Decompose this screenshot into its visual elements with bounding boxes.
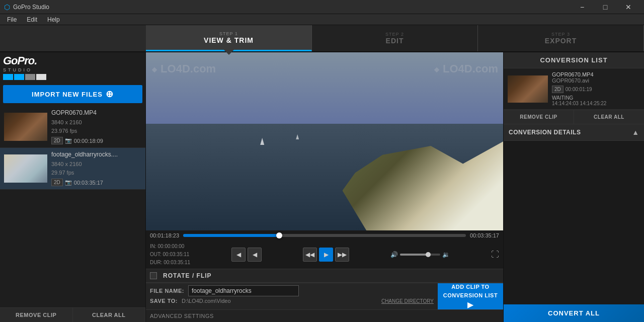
- out-point: OUT: 00:03:35:11: [150, 251, 190, 259]
- clip-thumbnail-2: [4, 154, 47, 183]
- add-clip-icon: ▶: [467, 300, 473, 309]
- conversion-details-header: CONVERSION DETAILS ▲: [504, 124, 644, 141]
- convert-all-button[interactable]: CONVERT ALL: [504, 304, 644, 322]
- time-current: 00:01:18:23: [150, 232, 179, 238]
- in-point: IN: 00:00:00:00: [150, 243, 190, 251]
- clip-duration-2: 00:03:35:17: [74, 180, 103, 186]
- clip-duration-1: 00:00:18:09: [74, 138, 103, 144]
- step1-label: VIEW & TRIM: [204, 36, 254, 44]
- conv-name1: GOPR0670.MP4: [552, 71, 640, 77]
- studio-sub: STUDIO: [3, 67, 46, 72]
- step3-number: STEP 3: [551, 32, 570, 37]
- fast-forward-button[interactable]: ▶▶: [335, 248, 349, 262]
- badge-2d-1: 2D: [51, 137, 63, 144]
- prev-frame-button[interactable]: ◀: [248, 248, 262, 262]
- conversion-details-toggle[interactable]: ▲: [632, 128, 639, 136]
- clip-fps-1: 23.976 fps: [51, 127, 141, 135]
- plus-icon: ⊕: [106, 89, 114, 100]
- progress-thumb[interactable]: [276, 232, 282, 238]
- conv-thumb-preview: [508, 75, 548, 103]
- menu-help[interactable]: Help: [42, 15, 65, 24]
- add-clip-text2: CONVERSION LIST: [443, 292, 498, 299]
- left-panel: GoPro. STUDIO IMPORT NEW FILES ⊕ GOPR067…: [0, 52, 146, 322]
- clip-resolution-2: 3840 x 2160: [51, 160, 141, 169]
- list-item[interactable]: footage_oldharryrocks.... 3840 x 2160 29…: [0, 148, 145, 190]
- filename-saveto-area: FILE NAME: SAVE TO: D:\LO4D.com\Video CH…: [146, 283, 438, 309]
- clip-badges-2: 2D 📷 00:03:35:17: [51, 179, 141, 186]
- volume-icon: 🔊: [390, 251, 398, 258]
- progress-fill: [183, 234, 279, 237]
- transport-controls: IN: 00:00:00:00 OUT: 00:03:35:11 DUR: 00…: [146, 240, 503, 269]
- titlebar: ⬡ GoPro Studio − □ ✕: [0, 0, 644, 14]
- step-back-button[interactable]: ◀: [231, 248, 246, 262]
- app-icon: ⬡: [4, 3, 10, 11]
- logo-block-3: [25, 74, 35, 80]
- conv-info: GOPR0670.MP4 GOPR0670.avi 2D 00:00:01:19…: [552, 71, 640, 106]
- list-item[interactable]: GOPR0670.MP4 3840 x 2160 23.976 fps 2D 📷…: [0, 106, 145, 148]
- volume-area: 🔊 🔉: [390, 251, 450, 258]
- right-panel: CONVERSION LIST GOPR0670.MP4 GOPR0670.av…: [503, 52, 644, 322]
- rotate-checkbox[interactable]: [150, 272, 157, 279]
- clip-name-2: footage_oldharryrocks....: [51, 151, 141, 158]
- tab-edit[interactable]: STEP 2 EDIT: [312, 25, 478, 51]
- maximize-button[interactable]: □: [594, 0, 617, 14]
- menu-edit[interactable]: Edit: [22, 15, 42, 24]
- volume-track[interactable]: [400, 254, 440, 256]
- conversion-list-item[interactable]: GOPR0670.MP4 GOPR0670.avi 2D 00:00:01:19…: [504, 68, 644, 110]
- logo-blocks: [3, 74, 46, 80]
- clip-fps-2: 29.97 fps: [51, 169, 141, 177]
- conv-badge-2d: 2D: [552, 86, 564, 93]
- filename-label: FILE NAME:: [150, 288, 184, 294]
- transport-btns: ◀◀ ▶ ▶▶: [303, 248, 349, 262]
- rotate-row: ROTATE / FLIP: [146, 269, 503, 283]
- logo-block-4: [36, 74, 46, 80]
- clear-button-right[interactable]: CLEAR ALL: [574, 110, 644, 124]
- minimize-button[interactable]: −: [571, 0, 594, 14]
- logo-area: GoPro. STUDIO: [0, 52, 145, 82]
- play-button[interactable]: ▶: [319, 248, 333, 262]
- close-button[interactable]: ✕: [617, 0, 640, 14]
- filename-input[interactable]: [188, 285, 299, 296]
- duration-display: DUR: 00:03:35:11: [150, 259, 190, 267]
- step2-number: STEP 2: [385, 32, 404, 37]
- hd-icon-2: 📷: [65, 179, 72, 186]
- filename-row: FILE NAME:: [150, 285, 434, 296]
- clip-thumbnail-1: [4, 113, 47, 141]
- saveto-label: SAVE TO:: [150, 298, 178, 304]
- time-total: 00:03:35:17: [470, 232, 499, 238]
- saveto-path: D:\LO4D.com\Video: [182, 298, 231, 304]
- in-out-info: IN: 00:00:00:00 OUT: 00:03:35:11 DUR: 00…: [150, 243, 190, 267]
- import-new-files-button[interactable]: IMPORT NEW FILES ⊕: [3, 85, 142, 103]
- tab-export[interactable]: STEP 3 EXPORT: [478, 25, 644, 51]
- advanced-settings-button[interactable]: ADVANCED SETTINGS: [150, 313, 214, 319]
- fullscreen-button[interactable]: ⛶: [491, 250, 499, 259]
- steps-bar: STEP 1 VIEW & TRIM STEP 2 EDIT STEP 3 EX…: [0, 25, 644, 52]
- watermark-left: ⬥ LO4D.com: [151, 62, 216, 75]
- gopro-brand: GoPro.: [3, 54, 46, 67]
- conv-duration: 00:00:01:19: [566, 87, 592, 92]
- rewind-button[interactable]: ◀◀: [303, 248, 317, 262]
- video-preview: ⬥ LO4D.com ⬥ LO4D.com: [146, 52, 503, 230]
- clear-all-button-left[interactable]: CLEAR ALL: [73, 308, 146, 322]
- rotate-flip-label[interactable]: ROTATE / FLIP: [163, 272, 212, 279]
- left-bottom-bar: REMOVE CLIP CLEAR ALL: [0, 307, 145, 322]
- menu-file[interactable]: File: [2, 15, 22, 24]
- tab-view-trim[interactable]: STEP 1 VIEW & TRIM: [146, 25, 312, 51]
- remove-clip-button-left[interactable]: REMOVE CLIP: [0, 308, 73, 322]
- volume-thumb[interactable]: [426, 252, 431, 257]
- change-directory-link[interactable]: CHANGE DIRECTORY: [381, 298, 434, 304]
- timeline-bar: 00:01:18:23 00:03:35:17: [146, 230, 503, 240]
- step1-number: STEP 1: [219, 31, 238, 36]
- logo-block-2: [14, 74, 24, 80]
- conversion-list-header: CONVERSION LIST: [504, 52, 644, 68]
- remove-clip-button-right[interactable]: REMOVE CLIP: [504, 110, 574, 124]
- progress-track[interactable]: [183, 234, 466, 237]
- add-clip-button[interactable]: ADD CLIP TO CONVERSION LIST ▶: [438, 283, 503, 309]
- conv-name2: GOPR0670.avi: [552, 77, 640, 84]
- conv-time-range: 14:14:24:03 14:14:25:22: [552, 101, 640, 106]
- conversion-details-label: CONVERSION DETAILS: [509, 129, 581, 136]
- titlebar-controls: − □ ✕: [571, 0, 640, 14]
- clip-thumb-preview-2: [4, 154, 47, 183]
- right-action-buttons: REMOVE CLIP CLEAR ALL: [504, 110, 644, 124]
- bottom-controls: ROTATE / FLIP FILE NAME: SAVE TO: D:\LO4…: [146, 269, 503, 322]
